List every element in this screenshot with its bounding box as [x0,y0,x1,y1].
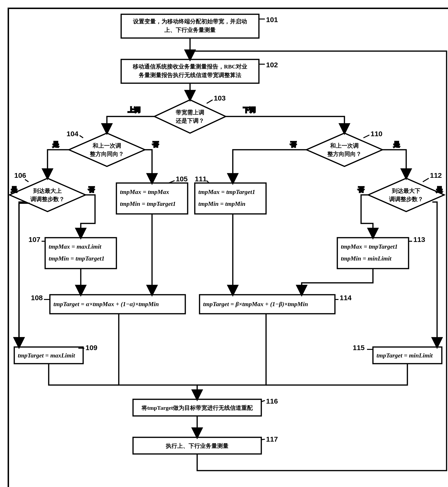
svg-rect-24 [337,238,408,268]
n111-line1: tmpMax = tmpTarget1 [198,188,255,195]
l110-yes: 是 [393,141,400,148]
svg-marker-6 [69,133,145,166]
n105-line1: tmpMax = tmpMax [120,188,169,195]
n107-num: 107 [29,235,40,244]
svg-rect-8 [116,183,188,214]
n103-line1: 带宽需上调 [176,109,204,115]
n104-line1: 和上一次调 [92,143,121,149]
label-down: 下调 [243,106,256,113]
node-107: tmpMax = maxLimit tmpMin = tmpTarget1 10… [29,235,116,268]
n107-line1: tmpMax = maxLimit [49,243,101,250]
node-117: 执行上、下行业务量测量 117 [133,435,278,454]
l106-no: 否 [88,186,95,193]
n112-line1: 到达最大下 [392,188,420,194]
svg-rect-12 [45,238,116,268]
n105-num: 105 [176,175,188,183]
n115-num: 115 [353,344,365,351]
n109-line1: tmpTarget = maxLimit [18,352,75,359]
n110-line1: 和上一次调 [330,143,359,149]
n101-line2: 上、下行业务量测量 [164,27,216,33]
n102-line1: 移动通信系统接收业务量测量报告，RBC对业 [133,64,248,70]
l110-no: 否 [290,141,297,148]
svg-rect-0 [121,14,259,38]
n105-line2: tmpMin = tmpTarget1 [120,200,176,207]
l104-yes: 是 [53,141,59,148]
n106-num: 106 [14,171,26,179]
n116-line1: 将tmpTarget做为目标带宽进行无线信道重配 [141,405,253,411]
svg-line-7 [80,136,83,138]
n102-line2: 务量测量报告执行无线信道带宽调整算法 [138,72,241,78]
n116-num: 116 [266,397,278,405]
n113-num: 113 [413,235,425,244]
svg-marker-4 [154,100,226,133]
l112-yes: 是 [436,186,442,193]
n106-line1: 到达最大上 [33,188,62,194]
svg-marker-22 [368,178,444,211]
n103-line2: 还是下调？ [176,118,204,124]
svg-line-5 [207,100,213,103]
svg-marker-10 [9,178,86,211]
svg-rect-20 [195,183,266,214]
svg-line-11 [25,179,29,182]
flowchart-svg: 设置变量，为移动终端分配初始带宽，并启动 上、下行业务量测量 101 移动通信系… [5,5,448,487]
svg-line-23 [423,178,429,182]
node-108: tmpTarget = α×tmpMax + (1−α)×tmpMin 108 [31,294,185,314]
n114-num: 114 [340,294,352,302]
n110-line2: 整方向同向？ [327,151,361,157]
node-113: tmpMax = tmpTarget1 tmpMin = minLimit 11… [337,235,425,268]
label-up: 上调 [128,106,140,113]
node-103: 带宽需上调 还是下调？ 103 [154,94,226,133]
node-101: 设置变量，为移动终端分配初始带宽，并启动 上、下行业务量测量 101 [121,14,278,38]
n108-line1: tmpTarget = α×tmpMax + (1−α)×tmpMin [53,301,159,308]
svg-line-19 [363,135,369,138]
n108-num: 108 [31,294,43,302]
l106-yes: 是 [11,186,17,193]
n110-num: 110 [371,130,383,138]
l112-no: 否 [358,186,364,193]
node-114: tmpTarget = β×tmpMax + (1−β)×tmpMin 114 [200,294,352,314]
svg-rect-2 [121,59,259,83]
n101-line1: 设置变量，为移动终端分配初始带宽，并启动 [133,18,247,24]
n113-line1: tmpMax = tmpTarget1 [341,243,398,250]
node-111: tmpMax = tmpTarget1 tmpMin = tmpMin 111 [195,175,266,214]
node-116: 将tmpTarget做为目标带宽进行无线信道重配 116 [133,397,278,416]
node-115: tmpTarget = minLimit 115 [353,344,442,364]
n109-num: 109 [86,344,97,351]
n102-num: 102 [266,61,278,69]
node-110: 和上一次调 整方向同向？ 110 [306,130,383,166]
n114-line1: tmpTarget = β×tmpMax + (1−β)×tmpMin [203,301,308,308]
n113-line2: tmpMin = minLimit [341,255,392,262]
svg-marker-18 [306,133,383,166]
l104-no: 否 [152,141,159,148]
n101-num: 101 [266,16,278,24]
n107-line2: tmpMin = tmpTarget1 [49,255,104,262]
n117-line1: 执行上、下行业务量测量 [166,443,229,449]
node-104: 和上一次调 整方向同向？ 104 [66,130,145,166]
svg-line-33 [261,439,265,440]
n112-num: 112 [430,171,442,179]
n103-num: 103 [214,94,226,102]
node-109: tmpTarget = maxLimit 109 [14,344,97,364]
n111-num: 111 [195,175,207,183]
n111-line2: tmpMin = tmpMin [198,200,245,207]
node-102: 移动通信系统接收业务量测量报告，RBC对业 务量测量报告执行无线信道带宽调整算法… [121,59,278,83]
n112-line2: 调调整步数？ [389,196,423,202]
n106-line2: 调调整步数？ [30,196,65,202]
n115-line1: tmpTarget = minLimit [376,352,433,359]
n117-num: 117 [266,435,278,443]
n104-line2: 整方向同向？ [89,151,124,157]
n104-num: 104 [66,130,78,138]
